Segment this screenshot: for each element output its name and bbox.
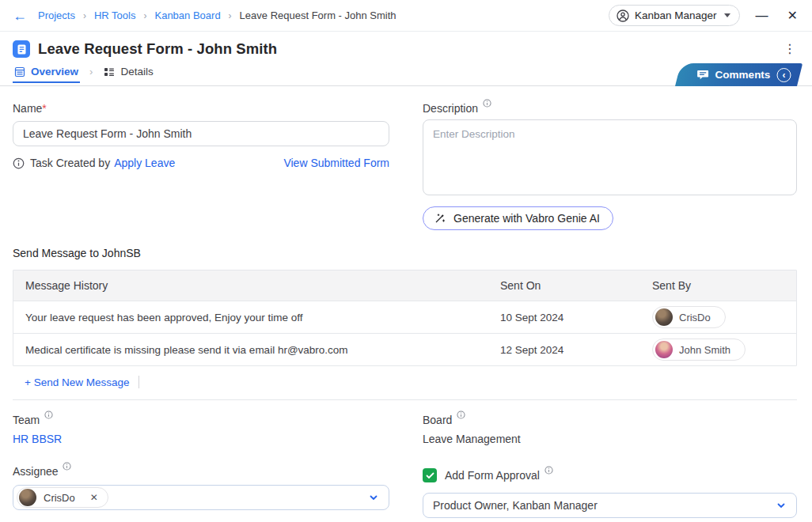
- assignee-dropdown[interactable]: CrisDo ✕: [13, 485, 389, 510]
- sent-on-date: 10 Sept 2024: [500, 304, 652, 331]
- breadcrumb-hr-tools[interactable]: HR Tools: [94, 9, 136, 21]
- tab-details-label: Details: [120, 66, 153, 78]
- divider: [13, 399, 797, 400]
- chevron-down-icon: [776, 500, 787, 511]
- info-icon: [457, 409, 465, 422]
- chevron-right-icon: ›: [89, 66, 93, 78]
- team-label: Team: [13, 414, 389, 426]
- generate-genie-ai-button[interactable]: Generate with Vabro Genie AI: [423, 206, 613, 230]
- sender-chip: John Smith: [652, 339, 746, 361]
- user-menu-button[interactable]: Kanban Manager: [609, 5, 740, 26]
- view-submitted-form-link[interactable]: View Submitted Form: [283, 157, 389, 169]
- top-bar: ← Projects › HR Tools › Kanban Board › L…: [0, 0, 812, 32]
- sender-name: John Smith: [679, 344, 730, 356]
- board-value: Leave Management: [423, 433, 797, 445]
- more-options-icon[interactable]: ⋮: [780, 43, 799, 55]
- breadcrumb: Projects › HR Tools › Kanban Board › Lea…: [38, 9, 397, 21]
- assignee-chip-label: CrisDo: [44, 492, 75, 504]
- chevron-right-icon: ›: [229, 10, 232, 21]
- info-icon: [483, 97, 491, 110]
- tab-overview-label: Overview: [31, 66, 78, 78]
- comments-button[interactable]: Comments ‹: [675, 63, 803, 86]
- description-label: Description: [423, 102, 797, 115]
- remove-assignee-icon[interactable]: ✕: [90, 492, 98, 503]
- message-text: Medical certificate is missing please se…: [13, 336, 500, 364]
- required-asterisk: *: [42, 102, 46, 115]
- user-icon: [617, 9, 629, 22]
- table-row: Your leave request has been approved, En…: [13, 301, 796, 333]
- breadcrumb-projects[interactable]: Projects: [38, 9, 75, 21]
- chevron-down-icon: [368, 492, 379, 503]
- send-new-message-link[interactable]: + Send New Message: [25, 376, 129, 388]
- generate-genie-ai-label: Generate with Vabro Genie AI: [453, 212, 600, 225]
- breadcrumb-kanban-board[interactable]: Kanban Board: [154, 9, 220, 21]
- back-arrow-icon[interactable]: ←: [13, 9, 27, 23]
- tab-details[interactable]: Details: [102, 64, 154, 83]
- divider: [138, 376, 139, 388]
- board-label: Board: [423, 414, 797, 426]
- send-message-section-label: Send Message to JohnSB: [13, 247, 797, 259]
- column-header-sent-on: Sent On: [500, 270, 652, 301]
- apply-leave-link[interactable]: Apply Leave: [114, 157, 175, 169]
- overview-icon: [14, 66, 25, 78]
- assignee-label: Assignee: [13, 465, 389, 478]
- comment-icon: [697, 70, 709, 80]
- tab-bar: Overview › Details Comments ‹: [0, 64, 812, 86]
- task-icon: [13, 40, 30, 58]
- message-history-table: Message History Sent On Sent By Your lea…: [13, 270, 797, 366]
- minimize-icon[interactable]: —: [753, 8, 772, 24]
- breadcrumb-current: Leave Request Form - John Smith: [240, 9, 397, 21]
- page-title: Leave Request Form - John Smith: [38, 40, 277, 58]
- avatar: [655, 341, 673, 358]
- chevron-right-icon: ›: [143, 10, 146, 21]
- name-label: Name*: [13, 102, 389, 115]
- add-form-approval-checkbox[interactable]: [423, 468, 437, 482]
- approval-roles-value: Product Owner, Kanban Manager: [433, 499, 598, 512]
- user-menu-label: Kanban Manager: [635, 9, 717, 21]
- column-header-message-history: Message History: [13, 270, 500, 301]
- team-value-link[interactable]: HR BBSR: [13, 433, 389, 445]
- task-created-text: Task Created by: [30, 157, 110, 169]
- approval-roles-dropdown[interactable]: Product Owner, Kanban Manager: [423, 493, 797, 518]
- caret-down-icon: [724, 13, 730, 17]
- avatar: [19, 489, 36, 506]
- assignee-chip: CrisDo ✕: [17, 487, 108, 508]
- message-text: Your leave request has been approved, En…: [13, 304, 500, 331]
- sender-chip: CrisDo: [652, 306, 726, 328]
- info-icon: [544, 464, 553, 477]
- column-header-sent-by: Sent By: [652, 270, 796, 301]
- sent-on-date: 12 Sept 2024: [500, 336, 652, 364]
- details-icon: [104, 66, 115, 78]
- tab-overview[interactable]: Overview: [13, 64, 80, 83]
- table-header-row: Message History Sent On Sent By: [13, 270, 796, 301]
- info-icon: [44, 409, 53, 422]
- table-row: Medical certificate is missing please se…: [13, 333, 796, 365]
- add-form-approval-label: Add Form Approval: [445, 469, 553, 482]
- main-content: Name* Task Created by Apply Leave View S…: [0, 86, 812, 522]
- close-icon[interactable]: ✕: [784, 8, 801, 24]
- chevron-right-icon: ›: [83, 10, 86, 21]
- description-textarea[interactable]: [423, 119, 797, 195]
- info-icon: [13, 157, 25, 169]
- info-icon: [63, 460, 71, 473]
- page-header: Leave Request Form - John Smith ⋮: [0, 32, 812, 64]
- comments-button-label: Comments: [715, 69, 771, 81]
- magic-wand-icon: [434, 212, 446, 225]
- sender-name: CrisDo: [679, 312, 711, 323]
- name-input[interactable]: [13, 121, 389, 146]
- avatar: [655, 308, 673, 326]
- collapse-chevron-icon[interactable]: ‹: [777, 68, 791, 82]
